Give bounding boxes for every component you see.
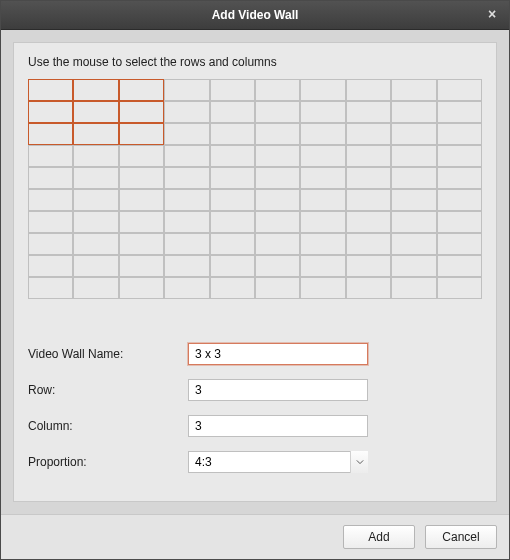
grid-cell[interactable] (346, 189, 391, 211)
grid-cell[interactable] (28, 145, 73, 167)
grid-cell[interactable] (164, 277, 209, 299)
grid-cell[interactable] (437, 145, 482, 167)
grid-cell[interactable] (73, 233, 118, 255)
grid-cell[interactable] (391, 167, 436, 189)
grid-cell[interactable] (119, 233, 164, 255)
grid-cell[interactable] (255, 123, 300, 145)
grid-cell[interactable] (391, 255, 436, 277)
grid-cell[interactable] (391, 277, 436, 299)
grid-cell[interactable] (437, 277, 482, 299)
grid-cell[interactable] (164, 233, 209, 255)
grid-cell[interactable] (391, 189, 436, 211)
grid-cell[interactable] (119, 79, 164, 101)
add-button[interactable]: Add (343, 525, 415, 549)
grid-cell[interactable] (437, 211, 482, 233)
grid-cell[interactable] (346, 145, 391, 167)
grid-cell[interactable] (300, 255, 345, 277)
grid-cell[interactable] (119, 277, 164, 299)
grid-cell[interactable] (346, 101, 391, 123)
grid-cell[interactable] (119, 123, 164, 145)
grid-cell[interactable] (73, 167, 118, 189)
grid-cell[interactable] (210, 79, 255, 101)
grid-cell[interactable] (164, 101, 209, 123)
selection-grid[interactable] (28, 79, 482, 299)
grid-cell[interactable] (255, 167, 300, 189)
grid-cell[interactable] (346, 167, 391, 189)
cancel-button[interactable]: Cancel (425, 525, 497, 549)
row-input[interactable] (188, 379, 368, 401)
grid-cell[interactable] (119, 255, 164, 277)
grid-cell[interactable] (210, 233, 255, 255)
grid-cell[interactable] (210, 277, 255, 299)
grid-cell[interactable] (164, 167, 209, 189)
grid-cell[interactable] (210, 145, 255, 167)
grid-cell[interactable] (391, 123, 436, 145)
grid-cell[interactable] (28, 277, 73, 299)
grid-cell[interactable] (210, 123, 255, 145)
grid-cell[interactable] (210, 101, 255, 123)
grid-cell[interactable] (391, 145, 436, 167)
grid-cell[interactable] (391, 233, 436, 255)
grid-cell[interactable] (300, 277, 345, 299)
proportion-select[interactable] (188, 451, 368, 473)
close-button[interactable]: × (483, 5, 501, 23)
grid-cell[interactable] (255, 211, 300, 233)
grid-cell[interactable] (210, 255, 255, 277)
grid-cell[interactable] (73, 277, 118, 299)
grid-cell[interactable] (119, 101, 164, 123)
grid-cell[interactable] (300, 167, 345, 189)
grid-cell[interactable] (255, 189, 300, 211)
grid-cell[interactable] (346, 255, 391, 277)
grid-cell[interactable] (73, 79, 118, 101)
grid-cell[interactable] (73, 145, 118, 167)
grid-cell[interactable] (73, 211, 118, 233)
grid-cell[interactable] (255, 277, 300, 299)
proportion-value[interactable] (188, 451, 368, 473)
grid-cell[interactable] (255, 101, 300, 123)
grid-cell[interactable] (255, 233, 300, 255)
grid-cell[interactable] (300, 101, 345, 123)
grid-cell[interactable] (346, 277, 391, 299)
grid-cell[interactable] (391, 101, 436, 123)
grid-cell[interactable] (28, 79, 73, 101)
grid-cell[interactable] (437, 79, 482, 101)
grid-cell[interactable] (28, 255, 73, 277)
grid-cell[interactable] (437, 101, 482, 123)
grid-cell[interactable] (28, 101, 73, 123)
grid-cell[interactable] (346, 123, 391, 145)
grid-cell[interactable] (164, 145, 209, 167)
grid-cell[interactable] (164, 211, 209, 233)
grid-cell[interactable] (300, 79, 345, 101)
grid-cell[interactable] (437, 189, 482, 211)
grid-cell[interactable] (391, 211, 436, 233)
grid-cell[interactable] (73, 255, 118, 277)
grid-cell[interactable] (164, 79, 209, 101)
grid-cell[interactable] (255, 255, 300, 277)
grid-cell[interactable] (210, 189, 255, 211)
video-wall-name-input[interactable] (188, 343, 368, 365)
grid-cell[interactable] (210, 167, 255, 189)
grid-cell[interactable] (73, 189, 118, 211)
grid-cell[interactable] (300, 211, 345, 233)
grid-cell[interactable] (164, 123, 209, 145)
grid-cell[interactable] (391, 79, 436, 101)
grid-cell[interactable] (73, 101, 118, 123)
grid-cell[interactable] (437, 123, 482, 145)
grid-cell[interactable] (119, 145, 164, 167)
grid-cell[interactable] (28, 211, 73, 233)
grid-cell[interactable] (346, 233, 391, 255)
grid-cell[interactable] (437, 167, 482, 189)
grid-cell[interactable] (119, 189, 164, 211)
grid-cell[interactable] (119, 167, 164, 189)
grid-cell[interactable] (164, 255, 209, 277)
grid-cell[interactable] (300, 233, 345, 255)
grid-cell[interactable] (164, 189, 209, 211)
grid-cell[interactable] (119, 211, 164, 233)
grid-cell[interactable] (437, 255, 482, 277)
grid-cell[interactable] (346, 79, 391, 101)
grid-cell[interactable] (28, 123, 73, 145)
grid-cell[interactable] (346, 211, 391, 233)
grid-cell[interactable] (210, 211, 255, 233)
grid-cell[interactable] (73, 123, 118, 145)
grid-cell[interactable] (437, 233, 482, 255)
